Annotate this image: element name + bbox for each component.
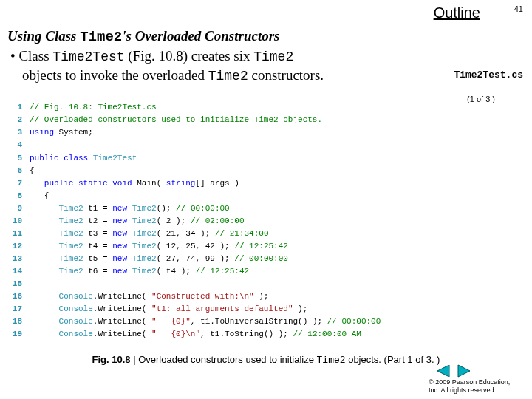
bullet-p3: objects to invoke the overloaded <box>22 67 208 83</box>
bullet-p2: (Fig. 10.8) creates six <box>125 48 254 64</box>
filename-label: Time2Test.cs <box>454 69 523 81</box>
heading-mono: Time2 <box>80 29 122 45</box>
bullet-m2: Time2 <box>253 50 293 64</box>
heading-prefix: Using Class <box>7 28 80 44</box>
heading-suffix: 's Overloaded Constructors <box>122 28 279 44</box>
figure-caption: Fig. 10.8 | Overloaded constructors used… <box>74 354 458 367</box>
svg-marker-0 <box>437 365 449 377</box>
caption-mono: Time2 <box>317 355 346 366</box>
bullet-m3: Time2 <box>208 69 248 83</box>
code-listing: 1// Fig. 10.8: Time2Test.cs 2// Overload… <box>6 101 525 341</box>
caption-fig: Fig. 10.8 <box>92 354 134 365</box>
caption-t2: objects. (Part 1 of 3. ) <box>346 354 440 365</box>
copyright-l1: © 2009 Pearson Education, <box>429 378 510 386</box>
bullet-p1: Class <box>18 48 52 64</box>
caption-t1: | Overloaded constructors used to initia… <box>133 354 316 365</box>
bullet-text: • Class Time2Test (Fig. 10.8) creates si… <box>10 47 365 86</box>
copyright-l2: Inc. All rights reserved. <box>429 386 496 394</box>
part-label: (1 of 3 ) <box>467 95 495 103</box>
bullet-p4: constructors. <box>248 67 324 83</box>
slide-page: Outline 41 Using Class Time2's Overloade… <box>0 0 532 399</box>
outline-label: Outline <box>434 4 480 21</box>
bullet-m1: Time2Test <box>52 50 124 64</box>
copyright: © 2009 Pearson Education, Inc. All right… <box>429 378 525 395</box>
section-heading: Using Class Time2's Overloaded Construct… <box>7 27 525 47</box>
svg-marker-1 <box>458 365 470 377</box>
page-number: 41 <box>514 4 523 13</box>
top-row: Outline <box>7 4 525 21</box>
